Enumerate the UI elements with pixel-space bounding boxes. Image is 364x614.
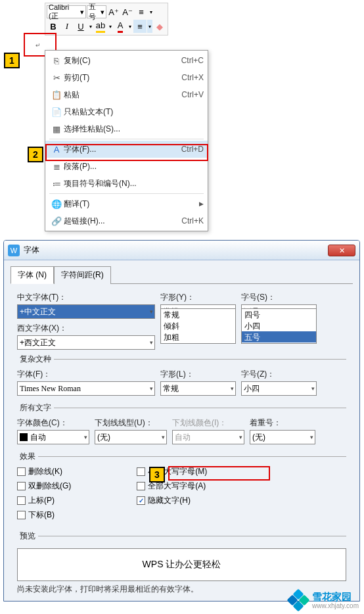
- grow-font-button[interactable]: A⁺: [107, 5, 120, 18]
- menu-item-translate[interactable]: 🌐 翻译(T) ▶: [45, 195, 208, 212]
- cb-label: 下标(B): [28, 509, 55, 521]
- bullets-icon: ≔: [49, 179, 64, 189]
- chevron-down-icon: ▾: [311, 385, 315, 392]
- underline-style-value: (无): [97, 432, 110, 443]
- chevron-down-icon: ▾: [150, 308, 153, 315]
- preview-legend: 预览: [17, 531, 38, 542]
- checkbox-icon: [137, 482, 145, 490]
- all-text-fieldset: 所有文字 字体颜色(C)： 自动▾ 下划线线型(U)： (无)▾ 下划线颜色(I…: [17, 402, 346, 447]
- complex-fieldset: 复杂文种 字体(F)： Times New Roman▾ 字形(L)： 常规▾ …: [17, 354, 346, 398]
- menu-shortcut: Ctrl+V: [181, 90, 204, 99]
- cb-label: 双删除线(G): [28, 481, 71, 492]
- emphasis-label: 着重号：: [250, 417, 315, 429]
- cb-label: 删除线(K): [28, 466, 62, 477]
- chevron-right-icon: ▶: [199, 201, 204, 207]
- paste-special-icon: ▦: [49, 124, 64, 134]
- menu-item-paste-text[interactable]: 📄 只粘贴文本(T): [45, 103, 208, 120]
- menu-item-hyperlink[interactable]: 🔗 超链接(H)... Ctrl+K: [45, 212, 208, 229]
- tab-spacing[interactable]: 字符间距(R): [54, 266, 111, 284]
- checkbox-icon: [17, 511, 26, 519]
- watermark-logo-icon: [288, 590, 308, 610]
- paste-text-icon: 📄: [49, 107, 64, 117]
- chevron-down-icon[interactable]: ▾: [148, 5, 154, 18]
- effects-fieldset: 效果 删除线(K) 双删除线(G) 上标(P) 下标(B) 小型大写字母(M) …: [17, 451, 346, 527]
- chevron-down-icon[interactable]: ▾: [127, 20, 133, 33]
- chevron-down-icon[interactable]: ▾: [88, 20, 93, 33]
- cb-hidden[interactable]: 隐藏文字(H): [137, 495, 207, 506]
- underline-style-combo[interactable]: (无)▾: [95, 430, 167, 444]
- list-option[interactable]: 倾斜: [161, 320, 235, 331]
- complex-size-label: 字号(Z)：: [241, 369, 317, 380]
- font-color-combo[interactable]: 自动▾: [17, 430, 89, 444]
- menu-item-cut[interactable]: ✂ 剪切(T) Ctrl+X: [45, 69, 208, 86]
- style-listbox[interactable]: 常规 倾斜 加粗: [160, 308, 236, 344]
- west-font-label: 西文字体(X)：: [17, 323, 155, 334]
- menu-item-copy[interactable]: ⎘ 复制(C) Ctrl+C: [45, 52, 208, 69]
- cb-subscript[interactable]: 下标(B): [17, 509, 71, 521]
- size-listbox[interactable]: 四号 小四 五号: [241, 308, 317, 344]
- complex-style-value: 常规: [163, 383, 179, 394]
- list-option[interactable]: 小四: [242, 320, 316, 331]
- translate-icon: 🌐: [49, 199, 64, 209]
- complex-font-value: Times New Roman: [20, 384, 81, 394]
- menu-label: 剪切(T): [64, 72, 181, 83]
- cb-superscript[interactable]: 上标(P): [17, 495, 71, 506]
- menu-label: 只粘贴文本(T): [64, 106, 204, 118]
- cb-all-caps[interactable]: 全部大写字母(A): [137, 481, 207, 492]
- menu-shortcut: Ctrl+C: [181, 56, 204, 65]
- complex-size-combo[interactable]: 小四▾: [241, 381, 317, 396]
- chevron-down-icon: ▾: [310, 434, 313, 440]
- complex-font-combo[interactable]: Times New Roman▾: [17, 381, 155, 396]
- list-option[interactable]: 加粗: [161, 331, 235, 342]
- menu-item-paste-special[interactable]: ▦ 选择性粘贴(S)...: [45, 120, 208, 137]
- format-painter-button[interactable]: ◆: [153, 20, 166, 33]
- font-name-select[interactable]: Calibri (正 ▾: [47, 5, 86, 18]
- menu-shortcut: Ctrl+K: [181, 216, 204, 225]
- app-icon: W: [8, 245, 20, 256]
- menu-item-bullets[interactable]: ≔ 项目符号和编号(N)...: [45, 175, 208, 192]
- italic-button[interactable]: I: [60, 20, 74, 33]
- list-option[interactable]: 四号: [242, 309, 316, 320]
- chevron-down-icon: ▾: [80, 8, 84, 16]
- complex-size-value: 小四: [244, 383, 260, 394]
- menu-label: 超链接(H)...: [64, 216, 181, 227]
- cn-font-combo[interactable]: +中文正文▾: [17, 304, 155, 319]
- checkbox-icon: [137, 496, 145, 505]
- font-color-button[interactable]: A: [114, 20, 127, 33]
- align-button[interactable]: ≡: [133, 20, 147, 33]
- menu-item-paste[interactable]: 📋 粘贴 Ctrl+V: [45, 86, 208, 103]
- cb-double-strike[interactable]: 双删除线(G): [17, 481, 71, 492]
- font-name-value: Calibri (正: [49, 3, 80, 21]
- bold-button[interactable]: B: [47, 20, 60, 33]
- chevron-down-icon[interactable]: ▾: [108, 20, 113, 33]
- menu-label: 粘贴: [64, 89, 181, 101]
- menu-label: 翻译(T): [64, 199, 199, 210]
- all-text-legend: 所有文字: [17, 402, 54, 413]
- highlight-button[interactable]: ab: [94, 20, 107, 33]
- font-size-select[interactable]: 五号 ▾: [87, 5, 106, 18]
- menu-label: 段落(P)...: [64, 161, 204, 172]
- color-swatch-icon: [20, 433, 28, 441]
- chevron-down-icon[interactable]: ▾: [147, 20, 152, 33]
- tab-font[interactable]: 字体 (N): [11, 266, 54, 284]
- list-option[interactable]: 常规: [161, 309, 235, 320]
- menu-shortcut: Ctrl+X: [181, 73, 204, 82]
- line-spacing-button[interactable]: ≡: [135, 5, 148, 18]
- chevron-down-icon: ▾: [150, 385, 153, 392]
- preview-fieldset: 预览 WPS 让办公更轻松 尚未安装此字体，打印时将采用最相近的有效字体。: [17, 531, 346, 598]
- cb-strikethrough[interactable]: 删除线(K): [17, 466, 71, 477]
- underline-color-value: 自动: [175, 432, 191, 443]
- underline-button[interactable]: U: [74, 20, 87, 33]
- cn-font-value: +中文正文: [20, 306, 56, 318]
- shrink-font-button[interactable]: A⁻: [121, 5, 134, 18]
- font-color-value: 自动: [30, 432, 46, 443]
- complex-style-combo[interactable]: 常规▾: [160, 381, 236, 396]
- complex-style-label: 字形(L)：: [160, 369, 236, 380]
- list-option[interactable]: 五号: [242, 331, 316, 342]
- preview-text: WPS 让办公更轻松: [143, 559, 221, 571]
- west-font-combo[interactable]: +西文正文▾: [17, 335, 155, 350]
- preview-box: WPS 让办公更轻松: [17, 548, 346, 581]
- close-button[interactable]: ✕: [328, 245, 355, 256]
- chevron-down-icon: ▾: [84, 434, 87, 440]
- emphasis-combo[interactable]: (无)▾: [250, 430, 315, 444]
